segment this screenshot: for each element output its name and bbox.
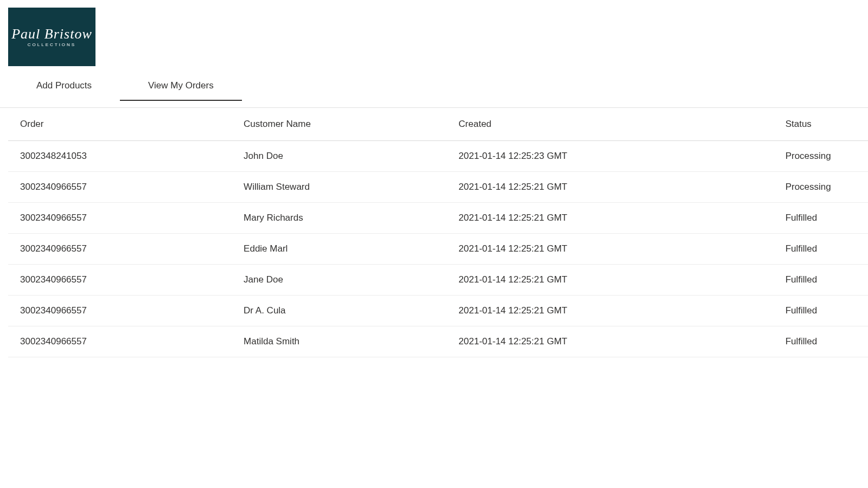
tab-bar: Add Products View My Orders	[0, 74, 868, 101]
cell-customer: William Steward	[232, 172, 446, 203]
table-row[interactable]: 3002340966557Eddie Marl2021-01-14 12:25:…	[8, 234, 868, 265]
table-header-row: Order Customer Name Created Status	[8, 108, 868, 141]
cell-created: 2021-01-14 12:25:21 GMT	[446, 265, 773, 296]
tab-view-my-orders[interactable]: View My Orders	[120, 74, 242, 101]
cell-order: 3002340966557	[8, 296, 232, 326]
table-row[interactable]: 3002348241053John Doe2021-01-14 12:25:23…	[8, 141, 868, 172]
cell-status: Processing	[774, 172, 868, 203]
cell-customer: Mary Richards	[232, 203, 446, 234]
table-row[interactable]: 3002340966557Dr A. Cula2021-01-14 12:25:…	[8, 296, 868, 326]
cell-customer: Eddie Marl	[232, 234, 446, 265]
cell-customer: Matilda Smith	[232, 326, 446, 357]
cell-order: 3002340966557	[8, 234, 232, 265]
table-header-order[interactable]: Order	[8, 108, 232, 141]
brand-logo-text: Paul Bristow	[11, 26, 92, 42]
cell-created: 2021-01-14 12:25:23 GMT	[446, 141, 773, 172]
table-header-status[interactable]: Status	[774, 108, 868, 141]
cell-status: Fulfilled	[774, 203, 868, 234]
table-header-customer[interactable]: Customer Name	[232, 108, 446, 141]
cell-order: 3002340966557	[8, 265, 232, 296]
cell-status: Fulfilled	[774, 234, 868, 265]
tab-add-products[interactable]: Add Products	[8, 74, 120, 101]
brand-logo-subtitle: COLLECTIONS	[11, 42, 92, 47]
cell-created: 2021-01-14 12:25:21 GMT	[446, 234, 773, 265]
cell-customer: John Doe	[232, 141, 446, 172]
cell-order: 3002340966557	[8, 326, 232, 357]
cell-order: 3002340966557	[8, 203, 232, 234]
cell-order: 3002348241053	[8, 141, 232, 172]
cell-customer: Jane Doe	[232, 265, 446, 296]
cell-status: Fulfilled	[774, 296, 868, 326]
cell-created: 2021-01-14 12:25:21 GMT	[446, 172, 773, 203]
cell-created: 2021-01-14 12:25:21 GMT	[446, 296, 773, 326]
cell-status: Fulfilled	[774, 326, 868, 357]
cell-customer: Dr A. Cula	[232, 296, 446, 326]
cell-created: 2021-01-14 12:25:21 GMT	[446, 326, 773, 357]
table-row[interactable]: 3002340966557Mary Richards2021-01-14 12:…	[8, 203, 868, 234]
table-row[interactable]: 3002340966557William Steward2021-01-14 1…	[8, 172, 868, 203]
cell-created: 2021-01-14 12:25:21 GMT	[446, 203, 773, 234]
brand-logo: Paul Bristow COLLECTIONS	[8, 8, 95, 66]
cell-order: 3002340966557	[8, 172, 232, 203]
cell-status: Fulfilled	[774, 265, 868, 296]
cell-status: Processing	[774, 141, 868, 172]
orders-table: Order Customer Name Created Status 30023…	[8, 108, 868, 357]
table-row[interactable]: 3002340966557Matilda Smith2021-01-14 12:…	[8, 326, 868, 357]
table-row[interactable]: 3002340966557Jane Doe2021-01-14 12:25:21…	[8, 265, 868, 296]
orders-panel: Order Customer Name Created Status 30023…	[0, 107, 868, 357]
table-header-created[interactable]: Created	[446, 108, 773, 141]
